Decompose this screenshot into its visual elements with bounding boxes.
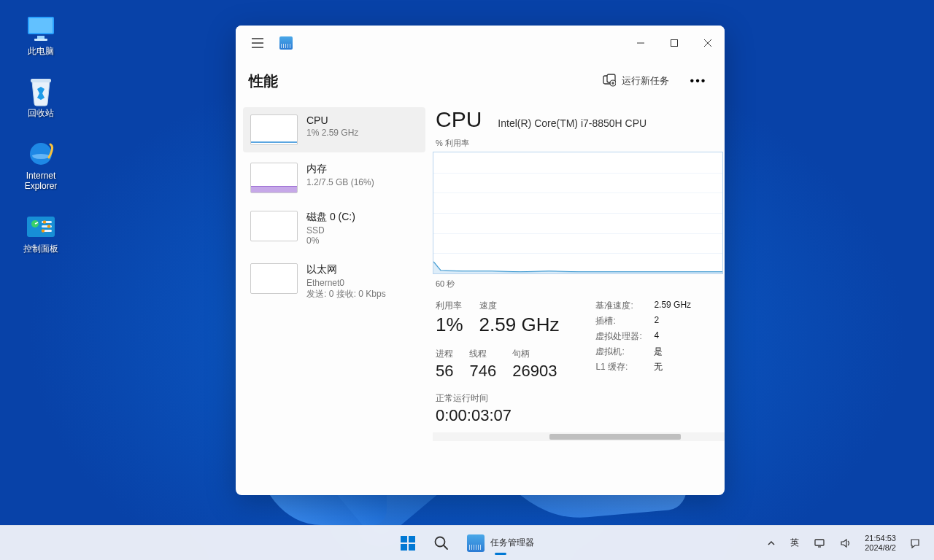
chart-x-label: 60 秒	[433, 279, 725, 300]
sidebar-item-ethernet[interactable]: 以太网 Ethernet0 发送: 0 接收: 0 Kbps	[243, 256, 425, 308]
svg-rect-4	[31, 79, 51, 82]
desktop-icon-recycle-bin[interactable]: 回收站	[15, 77, 67, 118]
desktop-icon-this-pc[interactable]: 此电脑	[15, 15, 67, 56]
performance-sidebar: CPU 1% 2.59 GHz 内存 1.2/7.5 GB (16%) 磁盘 0…	[236, 104, 433, 495]
minimize-button[interactable]	[624, 28, 657, 58]
ie-icon	[25, 139, 57, 168]
desktop-icon-internet-explorer[interactable]: Internet Explorer	[15, 139, 67, 192]
taskbar-app-task-manager[interactable]: 任务管理器	[460, 530, 541, 556]
desktop-icon-control-panel[interactable]: 控制面板	[15, 212, 67, 254]
horizontal-scrollbar[interactable]	[433, 432, 725, 441]
control-panel-icon	[25, 212, 57, 241]
tray-chevron-up[interactable]	[761, 536, 781, 551]
cpu-model: Intel(R) Core(TM) i7-8850H CPU	[498, 117, 647, 129]
task-manager-window: 性能 运行新任务 ••• CPU 1% 2.59 GHz	[236, 26, 725, 495]
cpu-utilization-chart	[433, 152, 723, 274]
ethernet-thumbnail	[250, 263, 298, 294]
taskbar-clock[interactable]: 21:54:53 2024/8/2	[860, 534, 900, 552]
svg-rect-19	[409, 536, 415, 542]
detail-title: CPU	[436, 107, 482, 132]
page-title: 性能	[249, 71, 278, 91]
task-manager-icon	[279, 36, 293, 50]
titlebar[interactable]	[236, 26, 725, 61]
notifications-icon[interactable]	[903, 534, 927, 552]
svg-rect-1	[29, 18, 53, 33]
sidebar-item-disk[interactable]: 磁盘 0 (C:) SSD 0%	[243, 203, 425, 253]
svg-rect-21	[409, 544, 415, 551]
speed-value: 2.59 GHz	[479, 314, 560, 336]
monitor-icon	[25, 15, 57, 44]
ime-indicator[interactable]: 英	[784, 534, 805, 552]
more-options-button[interactable]: •••	[685, 68, 711, 94]
start-button[interactable]	[393, 528, 423, 559]
close-button[interactable]	[691, 28, 725, 58]
cpu-detail-pane: CPU Intel(R) Core(TM) i7-8850H CPU % 利用率…	[433, 104, 725, 495]
processes-value: 56	[436, 362, 453, 381]
svg-rect-18	[401, 536, 407, 542]
new-task-icon	[603, 74, 616, 89]
svg-rect-14	[671, 40, 678, 47]
run-new-task-button[interactable]: 运行新任务	[597, 69, 675, 93]
disk-thumbnail	[250, 211, 298, 241]
svg-rect-2	[37, 36, 45, 39]
cpu-thumbnail	[250, 114, 298, 145]
uptime-value: 0:00:03:07	[436, 406, 559, 425]
sidebar-item-memory[interactable]: 内存 1.2/7.5 GB (16%)	[243, 155, 425, 201]
svg-rect-23	[815, 540, 824, 545]
task-manager-icon	[467, 534, 485, 552]
utilization-value: 1%	[436, 314, 463, 336]
cpu-specs: 基准速度:2.59 GHz 插槽:2 虚拟处理器:4 虚拟机:是 L1 缓存:无	[595, 300, 691, 425]
taskbar: 任务管理器 英 21:54:53 2024/8/2	[0, 525, 934, 560]
maximize-button[interactable]	[657, 28, 691, 58]
search-button[interactable]	[426, 528, 457, 559]
svg-point-13	[42, 229, 45, 232]
svg-rect-3	[34, 39, 47, 41]
svg-point-12	[47, 225, 50, 228]
menu-button[interactable]	[244, 30, 271, 56]
sidebar-item-cpu[interactable]: CPU 1% 2.59 GHz	[243, 107, 425, 152]
svg-rect-20	[401, 544, 407, 551]
svg-point-11	[43, 220, 46, 223]
chart-y-label: % 利用率	[433, 138, 725, 152]
volume-icon[interactable]	[834, 534, 857, 552]
handles-value: 26903	[512, 362, 557, 381]
recycle-bin-icon	[25, 77, 57, 106]
run-new-task-label: 运行新任务	[622, 74, 669, 88]
memory-thumbnail	[250, 163, 298, 193]
threads-value: 746	[469, 362, 496, 381]
network-icon[interactable]	[808, 534, 831, 552]
